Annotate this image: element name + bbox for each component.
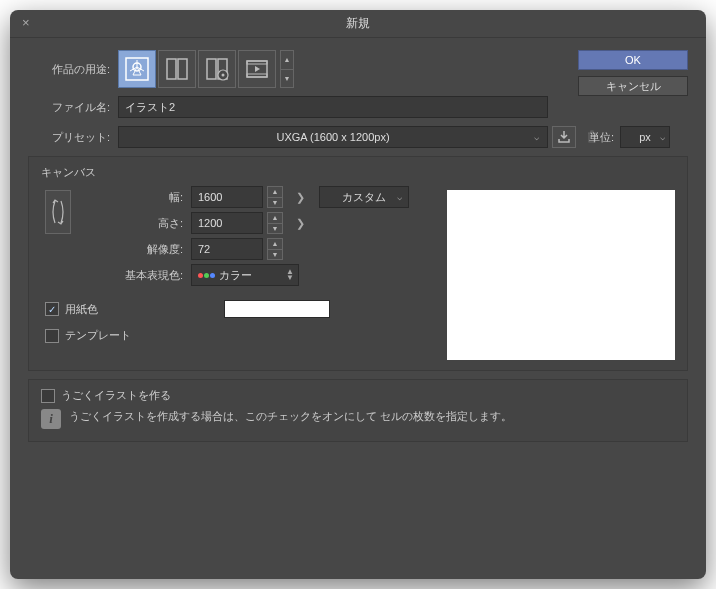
svg-rect-9 bbox=[247, 61, 267, 64]
comic-icon bbox=[164, 56, 190, 82]
width-input[interactable] bbox=[191, 186, 263, 208]
stepper-down-icon[interactable]: ▼ bbox=[281, 70, 293, 88]
svg-rect-4 bbox=[207, 59, 216, 79]
purpose-animation-button[interactable] bbox=[238, 50, 276, 88]
unit-select[interactable]: px ⌵ bbox=[620, 126, 670, 148]
animation-checkbox[interactable] bbox=[41, 389, 55, 403]
save-preset-button[interactable] bbox=[552, 126, 576, 148]
comic-settings-icon bbox=[204, 56, 230, 82]
cancel-button[interactable]: キャンセル bbox=[578, 76, 688, 96]
height-expand-button[interactable]: ❯ bbox=[289, 212, 311, 234]
preset-select[interactable]: UXGA (1600 x 1200px) ⌵ bbox=[118, 126, 548, 148]
stepper-up-icon[interactable]: ▲ bbox=[281, 51, 293, 70]
titlebar: × 新規 bbox=[10, 10, 706, 38]
width-stepper[interactable]: ▲▼ bbox=[267, 186, 283, 208]
new-document-dialog: × 新規 OK キャンセル 作品の用途: bbox=[10, 10, 706, 579]
resolution-stepper[interactable]: ▲▼ bbox=[267, 238, 283, 260]
preset-label: プリセット: bbox=[28, 130, 118, 145]
chevron-down-icon: ⌵ bbox=[534, 132, 539, 142]
template-checkbox[interactable] bbox=[45, 329, 59, 343]
purpose-comic-button[interactable] bbox=[158, 50, 196, 88]
dialog-title: 新規 bbox=[10, 15, 706, 32]
chevron-down-icon: ⌵ bbox=[397, 192, 402, 202]
info-icon: i bbox=[41, 409, 61, 429]
ok-button[interactable]: OK bbox=[578, 50, 688, 70]
template-label: テンプレート bbox=[65, 328, 131, 343]
purpose-comic-settings-button[interactable] bbox=[198, 50, 236, 88]
orientation-button[interactable] bbox=[45, 190, 71, 234]
svg-point-7 bbox=[222, 74, 225, 77]
svg-rect-10 bbox=[247, 74, 267, 77]
animation-info-text: うごくイラストを作成する場合は、このチェックをオンにして セルの枚数を指定します… bbox=[69, 409, 512, 429]
canvas-preview bbox=[447, 190, 675, 360]
animation-icon bbox=[244, 56, 270, 82]
colormode-select[interactable]: カラー ▲▼ bbox=[191, 264, 299, 286]
width-expand-button[interactable]: ❯ bbox=[289, 186, 311, 208]
resolution-input[interactable] bbox=[191, 238, 263, 260]
papercolor-swatch[interactable] bbox=[224, 300, 330, 318]
purpose-illustration-button[interactable] bbox=[118, 50, 156, 88]
size-preset-select[interactable]: カスタム ⌵ bbox=[319, 186, 409, 208]
height-input[interactable] bbox=[191, 212, 263, 234]
purpose-stepper[interactable]: ▲ ▼ bbox=[280, 50, 294, 88]
filename-label: ファイル名: bbox=[28, 100, 118, 115]
animation-section: うごくイラストを作る i うごくイラストを作成する場合は、このチェックをオンにし… bbox=[28, 379, 688, 442]
chevron-down-icon: ⌵ bbox=[660, 132, 665, 142]
svg-rect-3 bbox=[178, 59, 187, 79]
purpose-label: 作品の用途: bbox=[28, 62, 118, 77]
canvas-section: キャンバス 幅: ▲▼ ❯ bbox=[28, 156, 688, 371]
svg-rect-2 bbox=[167, 59, 176, 79]
resolution-label: 解像度: bbox=[91, 242, 191, 257]
canvas-title: キャンバス bbox=[41, 165, 675, 180]
chevron-updown-icon: ▲▼ bbox=[286, 269, 294, 281]
filename-input[interactable] bbox=[118, 96, 548, 118]
close-button[interactable]: × bbox=[22, 16, 36, 30]
papercolor-checkbox[interactable]: ✓ bbox=[45, 302, 59, 316]
save-preset-icon bbox=[557, 130, 571, 144]
unit-label: 単位: bbox=[589, 130, 614, 145]
height-stepper[interactable]: ▲▼ bbox=[267, 212, 283, 234]
swap-orientation-icon bbox=[49, 195, 67, 229]
illustration-icon bbox=[124, 56, 150, 82]
color-mode-icon bbox=[198, 273, 215, 278]
papercolor-label: 用紙色 bbox=[65, 302, 98, 317]
animation-label: うごくイラストを作る bbox=[61, 388, 171, 403]
colormode-label: 基本表現色: bbox=[91, 268, 191, 283]
width-label: 幅: bbox=[91, 190, 191, 205]
height-label: 高さ: bbox=[91, 216, 191, 231]
